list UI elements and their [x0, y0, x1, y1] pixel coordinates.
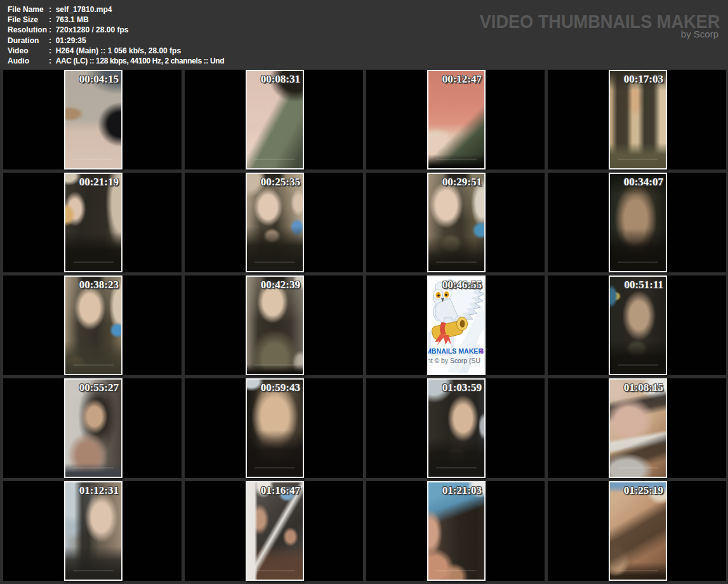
svg-text:MBNAILS MAKER: MBNAILS MAKER [428, 347, 483, 355]
svg-text:nt © by Scorp (SU: nt © by Scorp (SU [428, 357, 480, 364]
svg-text:8: 8 [480, 347, 484, 355]
